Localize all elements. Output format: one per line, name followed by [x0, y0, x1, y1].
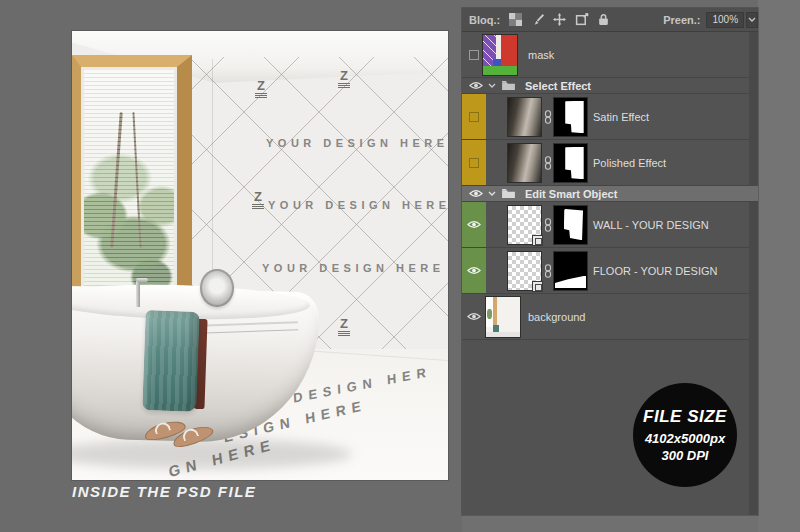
layer-row-wall-your-design[interactable]: WALL - YOUR DESIGN	[462, 202, 749, 248]
fill-dropdown-button[interactable]	[746, 12, 758, 28]
color-label-green	[462, 202, 486, 247]
layer-row-floor-your-design[interactable]: FLOOR - YOUR DESIGN	[462, 248, 749, 294]
mask-shape	[564, 209, 583, 240]
layer-thumbnail[interactable]	[508, 144, 541, 182]
layer-name: mask	[528, 32, 554, 77]
window	[72, 55, 192, 317]
mask-shape	[565, 147, 583, 180]
wall-placeholder-text: YOUR DESIGN HERE	[268, 199, 448, 211]
layers-panel-toolbar: Bloq.: Preen.: 100%	[462, 8, 758, 32]
layer-mask-thumbnail[interactable]	[554, 144, 587, 182]
lock-position-move-icon[interactable]	[553, 13, 566, 26]
mask-shape	[565, 101, 583, 134]
file-size-badge: FILE SIZE 4102x5000px 300 DPI	[633, 383, 737, 487]
chevron-down-icon[interactable]	[488, 191, 496, 196]
layer-name: FLOOR - YOUR DESIGN	[593, 248, 717, 293]
layer-row-mask[interactable]: mask	[462, 32, 749, 78]
smart-object-thumbnail[interactable]	[508, 206, 541, 244]
brand-logo: Z	[336, 318, 352, 336]
layer-name: WALL - YOUR DESIGN	[593, 202, 709, 247]
canvas-background: YOUR DESIGN HERE YOUR DESIGN HERE YOUR D…	[0, 0, 800, 532]
eye-icon[interactable]	[469, 189, 483, 198]
smart-object-badge-icon	[532, 281, 543, 292]
layer-mask-thumbnail[interactable]	[554, 206, 587, 244]
link-icon	[544, 110, 552, 124]
window-blinds	[84, 70, 174, 305]
wall-placeholder-text: YOUR DESIGN HERE	[262, 262, 445, 274]
brand-logo: Z	[336, 70, 352, 88]
folder-icon	[501, 80, 516, 91]
visibility-checkbox[interactable]	[469, 50, 479, 60]
group-name: Edit Smart Object	[525, 188, 617, 200]
towel	[142, 310, 199, 412]
smart-object-thumbnail[interactable]	[508, 252, 541, 290]
brand-logo: Z	[253, 80, 269, 98]
thumb-floor	[486, 332, 520, 337]
visibility-checkbox[interactable]	[469, 158, 479, 168]
layer-thumbnail[interactable]	[483, 35, 517, 75]
lock-label: Bloq.:	[469, 14, 500, 26]
lock-artboard-icon[interactable]	[575, 13, 589, 26]
smart-object-badge-icon	[532, 235, 543, 246]
color-label-green	[462, 248, 486, 293]
mockup-preview-image: YOUR DESIGN HERE YOUR DESIGN HERE YOUR D…	[72, 31, 448, 480]
link-icon	[544, 264, 552, 278]
lock-all-icon[interactable]	[598, 13, 609, 26]
layer-name: background	[528, 294, 586, 339]
panel-right-edge	[749, 32, 758, 515]
thumb-plant	[487, 309, 492, 319]
fill-value-input[interactable]: 100%	[706, 12, 744, 28]
eye-icon[interactable]	[467, 220, 481, 229]
wall-placeholder-text: YOUR DESIGN HERE	[266, 137, 448, 149]
caption-text: INSIDE THE PSD FILE	[72, 483, 256, 500]
thumb-wood-frame	[493, 297, 497, 327]
right-gutter	[758, 0, 800, 532]
layer-name: Polished Effect	[593, 140, 666, 185]
color-label-yellow	[462, 140, 486, 185]
badge-title: FILE SIZE	[643, 407, 727, 427]
folder-open-icon	[501, 188, 516, 199]
group-row-edit-smart-object[interactable]: Edit Smart Object	[462, 186, 758, 202]
visibility-checkbox[interactable]	[469, 112, 479, 122]
layer-row-polished-effect[interactable]: Polished Effect	[462, 140, 749, 186]
eye-icon[interactable]	[467, 312, 481, 321]
link-icon	[544, 156, 552, 170]
thumb-floor	[483, 66, 517, 75]
group-name: Select Effect	[525, 80, 591, 92]
layer-thumbnail[interactable]	[486, 297, 520, 337]
faucet	[136, 281, 140, 307]
layer-mask-thumbnail[interactable]	[554, 252, 587, 290]
brand-logo: Z	[250, 191, 266, 209]
lock-pixels-brush-icon[interactable]	[531, 13, 544, 26]
table-fan	[200, 269, 234, 307]
lock-transparency-icon[interactable]	[509, 13, 522, 26]
layer-name: Satin Effect	[593, 94, 649, 139]
layer-thumbnail[interactable]	[508, 98, 541, 136]
link-icon	[544, 218, 552, 232]
bottom-gutter	[462, 515, 758, 532]
badge-dpi: 300 DPI	[662, 448, 709, 463]
color-label-yellow	[462, 94, 486, 139]
chevron-down-icon	[748, 17, 756, 22]
eye-icon[interactable]	[469, 81, 483, 90]
group-row-select-effect[interactable]: Select Effect	[462, 78, 749, 94]
eye-icon[interactable]	[467, 266, 481, 275]
layer-row-satin-effect[interactable]: Satin Effect	[462, 94, 749, 140]
chevron-down-icon[interactable]	[488, 83, 496, 88]
badge-dimensions: 4102x5000px	[645, 431, 725, 446]
layer-mask-thumbnail[interactable]	[554, 98, 587, 136]
layer-row-background[interactable]: background	[462, 294, 749, 340]
fill-label: Preen.:	[663, 14, 700, 26]
mask-shape	[555, 276, 586, 289]
